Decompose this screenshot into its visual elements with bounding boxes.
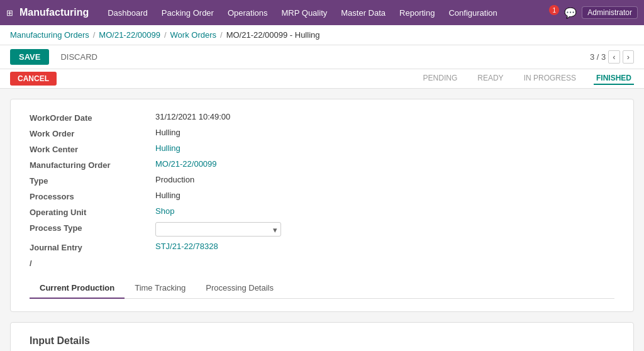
breadcrumb-current: MO/21-22/00099 - Hulling (226, 30, 320, 40)
pagination-info: 3 / 3 (590, 52, 606, 62)
cancel-button[interactable]: CANCEL (10, 72, 57, 86)
value-processors: Hulling (155, 191, 614, 200)
nav-item-packing-order[interactable]: Packing Order (155, 6, 220, 20)
user-menu[interactable]: Administrator (582, 6, 638, 19)
nav-item-reporting[interactable]: Reporting (393, 6, 441, 20)
app-title: Manufacturing (19, 7, 89, 18)
status-pending[interactable]: PENDING (421, 72, 460, 85)
breadcrumb-sep-3: / (220, 30, 223, 40)
breadcrumb-sep-2: / (164, 30, 167, 40)
label-operating-unit: Operating Unit (30, 206, 155, 217)
tab-processing-details[interactable]: Processing Details (196, 278, 284, 299)
field-process-type: Process Type (30, 222, 614, 237)
field-work-center: Work Center Hulling (30, 143, 614, 154)
breadcrumb-work-orders[interactable]: Work Orders (170, 30, 216, 40)
field-operating-unit: Operating Unit Shop (30, 206, 614, 217)
nav-item-mrp-quality[interactable]: MRP Quality (275, 6, 334, 20)
breadcrumb: Manufacturing Orders / MO/21-22/00099 / … (0, 25, 644, 45)
label-workorder-date: WorkOrder Date (30, 112, 155, 123)
form-divider-row: / (30, 257, 614, 268)
breadcrumb-mo-number[interactable]: MO/21-22/00099 (99, 30, 160, 40)
nav-right: 1 💬 Administrator (549, 6, 638, 19)
input-details-title: Input Details (30, 335, 614, 347)
action-bar: SAVE DISCARD 3 / 3 ‹ › (0, 45, 644, 69)
next-page-button[interactable]: › (623, 50, 634, 64)
label-journal-entry: Journal Entry (30, 242, 155, 252)
pagination: 3 / 3 ‹ › (590, 50, 634, 64)
breadcrumb-manufacturing-orders[interactable]: Manufacturing Orders (10, 30, 89, 40)
status-ready[interactable]: READY (475, 72, 506, 85)
discard-button[interactable]: DISCARD (54, 49, 104, 65)
field-work-order: Work Order Hulling (30, 128, 614, 138)
nav-items: DashboardPacking OrderOperationsMRP Qual… (101, 6, 547, 20)
value-journal-entry[interactable]: STJ/21-22/78328 (155, 242, 614, 251)
status-bar: CANCEL PENDING READY IN PROGRESS FINISHE… (0, 69, 644, 89)
field-processors: Processors Hulling (30, 191, 614, 201)
nav-item-dashboard[interactable]: Dashboard (101, 6, 154, 20)
app-grid-icon[interactable]: ⊞ (6, 8, 13, 18)
tabs-bar: Current Production Time Tracking Process… (30, 278, 614, 299)
value-type: Production (155, 175, 614, 184)
notification-badge[interactable]: 1 (549, 5, 559, 15)
tab-time-tracking[interactable]: Time Tracking (125, 278, 196, 299)
tab-current-production[interactable]: Current Production (30, 278, 125, 299)
label-processors: Processors (30, 191, 155, 201)
input-details-card: Input Details Product Material Type Sour… (10, 322, 634, 351)
value-work-center[interactable]: Hulling (155, 143, 614, 153)
label-manufacturing-order: Manufacturing Order (30, 159, 155, 170)
value-operating-unit[interactable]: Shop (155, 206, 614, 216)
field-manufacturing-order: Manufacturing Order MO/21-22/00099 (30, 159, 614, 170)
status-steps: PENDING READY IN PROGRESS FINISHED (421, 72, 634, 85)
value-workorder-date: 31/12/2021 10:49:00 (155, 112, 614, 121)
field-journal-entry: Journal Entry STJ/21-22/78328 (30, 242, 614, 252)
message-icon[interactable]: 💬 (564, 7, 577, 19)
main-content: WorkOrder Date 31/12/2021 10:49:00 Work … (0, 89, 644, 351)
label-work-center: Work Center (30, 143, 155, 154)
top-navigation: ⊞ Manufacturing DashboardPacking OrderOp… (0, 0, 644, 25)
field-type: Type Production (30, 175, 614, 186)
save-button[interactable]: SAVE (10, 49, 49, 65)
label-type: Type (30, 175, 155, 186)
label-process-type: Process Type (30, 222, 155, 233)
form-slash: / (30, 257, 155, 268)
field-workorder-date: WorkOrder Date 31/12/2021 10:49:00 (30, 112, 614, 123)
status-finished[interactable]: FINISHED (594, 72, 634, 85)
label-work-order: Work Order (30, 128, 155, 138)
select-wrapper-process-type (155, 222, 281, 237)
nav-item-operations[interactable]: Operations (221, 6, 274, 20)
value-manufacturing-order[interactable]: MO/21-22/00099 (155, 159, 614, 169)
value-work-order: Hulling (155, 128, 614, 137)
prev-page-button[interactable]: ‹ (608, 50, 619, 64)
nav-item-master-data[interactable]: Master Data (335, 6, 392, 20)
form-card: WorkOrder Date 31/12/2021 10:49:00 Work … (10, 99, 634, 312)
breadcrumb-sep-1: / (93, 30, 96, 40)
status-in-progress[interactable]: IN PROGRESS (521, 72, 579, 85)
process-type-select[interactable] (155, 222, 281, 237)
nav-item-configuration[interactable]: Configuration (442, 6, 503, 20)
